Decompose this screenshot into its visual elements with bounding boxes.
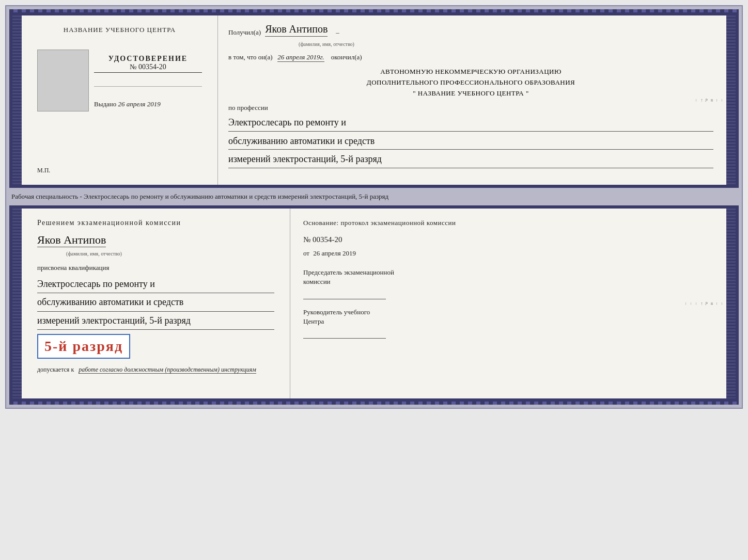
predsedatel-text: Председатель экзаменационной <box>303 268 394 276</box>
qual-line2: обслуживанию автоматики и средств <box>37 293 274 311</box>
bottom-fio-label: (фамилия, имя, отчество) <box>37 251 151 257</box>
spine-left <box>12 15 22 185</box>
resheniem-line: Решением экзаменационной комиссии <box>37 219 274 227</box>
rukovoditel-block: Руководитель учебного Центра <box>303 308 713 339</box>
bottom-spine-left <box>12 209 22 398</box>
po-professii-label: по профессии <box>228 104 713 112</box>
top-right-panel: Получил(а) Яков Антипов – (фамилия, имя,… <box>218 15 726 185</box>
vtom-line: в том, что он(а) 26 апреля 2019г. окончи… <box>228 53 713 61</box>
rukovoditel-label: Руководитель учебного Центра <box>303 308 713 326</box>
udostoverenie-block: УДОСТОВЕРЕНИЕ № 00354-20 <box>94 55 202 73</box>
prisvoena-line: присвоена квалификация <box>37 264 274 272</box>
completion-date: 26 апреля 2019г. <box>277 53 324 62</box>
bottom-right-decorations: ––иа,←––– <box>717 209 725 398</box>
top-left-panel: НАЗВАНИЕ УЧЕБНОГО ЦЕНТРА УДОСТОВЕРЕНИЕ №… <box>22 15 218 185</box>
bottom-left-panel: Решением экзаменационной комиссии Яков А… <box>22 209 290 398</box>
poluchil-line: Получил(а) Яков Антипов – <box>228 23 713 37</box>
rukovoditel-text: Руководитель учебного <box>303 308 370 316</box>
okonchil-label: окончил(а) <box>331 53 362 61</box>
org-name-top: НАЗВАНИЕ УЧЕБНОГО ЦЕНТРА <box>64 26 176 34</box>
bottom-name-block: Яков Антипов (фамилия, имя, отчество) <box>37 233 274 258</box>
qual-line3: измерений электростанций, 5-й разряд <box>37 312 274 330</box>
recipient-name: Яков Антипов <box>265 23 328 37</box>
bottom-name: Яков Антипов <box>37 233 106 247</box>
org-line2: ДОПОЛНИТЕЛЬНОГО ПРОФЕССИОНАЛЬНОГО ОБРАЗО… <box>228 77 713 88</box>
dopuskaetsya-line: допускается к работе согласно должностны… <box>37 366 274 374</box>
protocol-number-label: № 00354-20 <box>303 235 342 244</box>
dopuskaetsya-label: допускается к <box>37 366 74 373</box>
rukovoditel-signature-line <box>303 328 386 339</box>
osnovanie-title: Основание: протокол экзаменационной коми… <box>303 219 713 227</box>
vydano-label: Выдано <box>94 100 116 108</box>
qual-line1: Электрослесарь по ремонту и <box>37 275 274 293</box>
vydano-date: 26 апреля 2019 <box>118 100 161 108</box>
bottom-document: Решением экзаменационной комиссии Яков А… <box>9 205 739 402</box>
dopuskaetsya-text: работе согласно должностным (производств… <box>79 366 256 374</box>
predsedatel-block: Председатель экзаменационной комиссии <box>303 268 713 299</box>
udostoverenie-number: № 00354-20 <box>94 63 202 73</box>
bottom-right-panel: Основание: протокол экзаменационной коми… <box>290 209 726 398</box>
ot-date: 26 апреля 2019 <box>313 249 356 257</box>
profession-line3: измерений электростанций, 5-й разряд <box>228 151 713 168</box>
org-line3: " НАЗВАНИЕ УЧЕБНОГО ЦЕНТРА " <box>228 88 713 99</box>
vydano-line: Выдано 26 апреля 2019 <box>94 100 202 108</box>
spine-right <box>726 15 736 185</box>
subtitle-text: Рабочая специальность - Электрослесарь п… <box>11 192 737 201</box>
profession-line1: Электрослесарь по ремонту и <box>228 114 713 131</box>
razryad-badge: 5-й разряд <box>37 334 130 359</box>
right-decorations: ––иа,←– <box>717 15 725 185</box>
org-line1: АВТОНОМНУЮ НЕКОММЕРЧЕСКУЮ ОРГАНИЗАЦИЮ <box>228 67 713 77</box>
ot-line: от 26 апреля 2019 <box>303 249 713 258</box>
org-block: АВТОНОМНУЮ НЕКОММЕРЧЕСКУЮ ОРГАНИЗАЦИЮ ДО… <box>228 67 713 99</box>
profession-line2: обслуживанию автоматики и средств <box>228 133 713 150</box>
predsedatel-signature-line <box>303 289 386 299</box>
razryad-text: 5-й разряд <box>44 338 123 354</box>
mp-label: М.П. <box>37 167 50 174</box>
protocol-number: № 00354-20 <box>303 235 713 244</box>
fio-sublabel: (фамилия, имя, отчество) <box>275 41 378 47</box>
top-document: НАЗВАНИЕ УЧЕБНОГО ЦЕНТРА УДОСТОВЕРЕНИЕ №… <box>9 12 739 188</box>
poluchil-label: Получил(а) <box>228 28 261 37</box>
komissii-text: комиссии <box>303 278 331 285</box>
bottom-spine-right <box>726 209 736 398</box>
vtom-label: в том, что он(а) <box>228 53 273 61</box>
udostoverenie-title: УДОСТОВЕРЕНИЕ <box>94 55 202 63</box>
ot-label: от <box>303 249 309 257</box>
tsentra-text: Центра <box>303 317 324 325</box>
photo-placeholder <box>37 50 89 111</box>
predsedatel-label: Председатель экзаменационной комиссии <box>303 268 713 286</box>
